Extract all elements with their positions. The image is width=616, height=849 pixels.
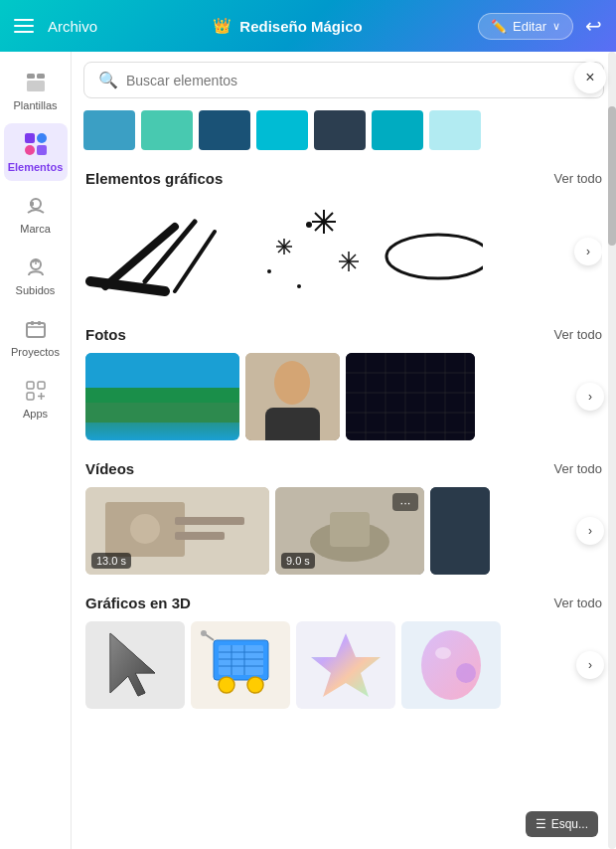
svg-rect-45 [265, 408, 320, 440]
photos-grid [85, 353, 602, 440]
template-thumb[interactable] [199, 110, 250, 150]
videos-next-arrow[interactable]: › [576, 517, 604, 545]
template-thumb[interactable] [83, 110, 135, 150]
video-item[interactable] [430, 487, 490, 575]
proyectos-icon [23, 316, 49, 342]
svg-rect-6 [37, 145, 47, 155]
svg-marker-67 [110, 633, 155, 696]
template-thumb[interactable] [372, 110, 423, 150]
sidebar-label-elementos: Elementos [8, 161, 64, 173]
plantillas-icon [23, 70, 49, 95]
photo-item[interactable] [85, 353, 239, 440]
svg-rect-0 [27, 74, 35, 79]
photo-woman-placeholder [245, 353, 340, 440]
video-item[interactable]: ··· 9.0 s [275, 487, 424, 575]
svg-point-35 [267, 269, 271, 273]
sidebar-item-marca[interactable]: Marca [4, 185, 68, 243]
photos-section: Fotos Ver todo [72, 316, 616, 450]
svg-point-59 [130, 514, 160, 544]
svg-rect-5 [25, 145, 35, 155]
video-more-button[interactable]: ··· [392, 493, 418, 511]
videos-ver-todo[interactable]: Ver todo [554, 461, 602, 476]
vertical-scrollbar[interactable] [608, 52, 616, 849]
template-thumb[interactable] [429, 110, 481, 150]
brand-name: Rediseño Mágico [239, 18, 362, 35]
edit-button[interactable]: ✏️ Editar ∨ [478, 13, 573, 40]
threed-item[interactable] [85, 621, 185, 709]
svg-point-80 [435, 647, 451, 659]
back-button[interactable]: ↩ [585, 14, 602, 38]
marca-icon [23, 193, 49, 219]
edit-label: Editar [513, 19, 546, 34]
search-bar-container: 🔍 [72, 52, 616, 104]
schema-icon: ☰ [536, 817, 546, 831]
photo-dark-placeholder [346, 353, 475, 440]
photo-item[interactable] [245, 353, 340, 440]
scrollable-content: Elementos gráficos Ver todo [72, 104, 616, 849]
svg-point-34 [306, 222, 312, 228]
threed-item[interactable] [296, 621, 395, 709]
graphics-next-arrow[interactable]: › [574, 238, 602, 265]
sidebar-item-plantillas[interactable]: Plantillas [4, 62, 68, 119]
threed-section: Gráficos en 3D Ver todo [72, 585, 616, 719]
svg-line-21 [90, 281, 165, 291]
svg-rect-12 [38, 321, 41, 325]
sidebar: Plantillas Elementos [0, 52, 72, 849]
top-navigation: Archivo 👑 Rediseño Mágico ✏️ Editar ∨ ↩ [0, 0, 616, 52]
apps-icon [23, 378, 49, 404]
subidos-icon [23, 255, 49, 280]
svg-rect-11 [31, 321, 34, 325]
sidebar-item-proyectos[interactable]: Proyectos [4, 308, 68, 366]
video-item[interactable]: 13.0 s [85, 487, 269, 575]
video-duration-2: 9.0 s [281, 553, 315, 569]
threed-star-svg [306, 625, 385, 705]
archivo-label[interactable]: Archivo [48, 18, 97, 35]
svg-point-78 [201, 630, 207, 636]
photos-next-arrow[interactable]: › [576, 383, 604, 411]
graphics-artwork[interactable] [85, 197, 483, 306]
threed-title: Gráficos en 3D [85, 594, 191, 611]
threed-item[interactable] [401, 621, 501, 709]
svg-rect-2 [27, 81, 45, 91]
main-layout: Plantillas Elementos [0, 52, 616, 849]
svg-rect-65 [430, 487, 490, 575]
svg-rect-42 [85, 388, 239, 403]
threed-next-arrow[interactable]: › [576, 651, 604, 679]
graphics-container: › [85, 197, 602, 306]
sidebar-item-elementos[interactable]: Elementos [4, 123, 68, 181]
search-input[interactable] [126, 73, 589, 88]
graphics-section-header: Elementos gráficos Ver todo [85, 170, 602, 187]
sidebar-item-apps[interactable]: Apps [4, 370, 68, 427]
elementos-icon [23, 131, 49, 157]
threed-ver-todo[interactable]: Ver todo [554, 595, 602, 610]
schema-button[interactable]: ☰ Esqu... [526, 811, 598, 837]
svg-rect-8 [30, 202, 34, 206]
template-thumb[interactable] [314, 110, 366, 150]
chevron-down-icon: ∨ [552, 20, 560, 33]
sidebar-label-plantillas: Plantillas [13, 99, 57, 111]
svg-rect-13 [27, 382, 34, 389]
svg-rect-64 [330, 512, 370, 547]
threed-grid-wrap: › [85, 621, 602, 709]
threed-section-header: Gráficos en 3D Ver todo [85, 594, 602, 611]
threed-grid [85, 621, 602, 709]
svg-rect-4 [37, 133, 47, 143]
content-panel: 🔍 Elementos gráficos Ver todo [72, 52, 616, 849]
svg-point-37 [386, 235, 483, 278]
threed-item[interactable] [191, 621, 290, 709]
close-icon: × [585, 69, 594, 86]
videos-section-header: Vídeos Ver todo [85, 460, 602, 477]
sidebar-item-subidos[interactable]: Subidos [4, 247, 68, 304]
threed-pill-svg [411, 625, 491, 705]
scrollbar-thumb[interactable] [608, 106, 616, 246]
photo-ocean-placeholder [85, 353, 239, 440]
graphics-ver-todo[interactable]: Ver todo [554, 171, 602, 186]
photos-ver-todo[interactable]: Ver todo [554, 327, 602, 342]
svg-rect-15 [27, 393, 34, 400]
template-thumb[interactable] [141, 110, 193, 150]
close-panel-button[interactable]: × [574, 62, 606, 93]
template-thumb[interactable] [256, 110, 308, 150]
photo-item[interactable] [346, 353, 475, 440]
hamburger-menu-button[interactable] [14, 19, 34, 33]
svg-point-76 [247, 677, 263, 693]
